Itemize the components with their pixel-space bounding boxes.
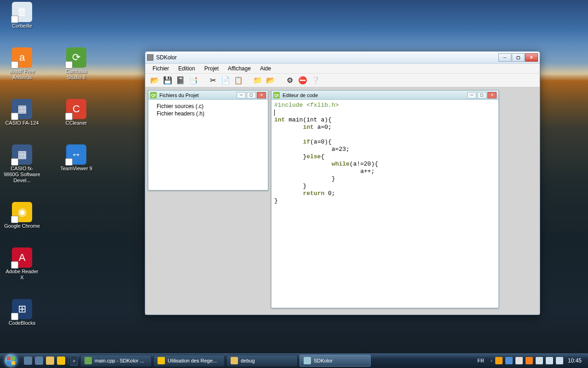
desktop-icon-label: avast! Free Antivirus [4, 69, 40, 80]
desktop-icon-adobe-reader[interactable]: AAdobe Reader X [4, 247, 40, 281]
ccleaner-icon: C [66, 99, 86, 119]
new-folder-icon: 📁 [253, 76, 262, 85]
open-folder-button[interactable]: 📂 [266, 75, 276, 86]
quicklaunch-explorer[interactable] [46, 356, 54, 365]
copy-doc-button[interactable]: 📑 [188, 75, 198, 86]
tray-volume-icon[interactable] [556, 357, 563, 364]
tray-bluetooth-icon[interactable] [505, 357, 513, 364]
tray-action-icon[interactable] [515, 357, 523, 364]
camtasia-icon: ⟳ [66, 47, 86, 68]
desktop-icon-codeblocks[interactable]: ⊞CodeBlocks [4, 299, 40, 326]
toolbar: 📂💾📓📑✂📄📋📁📂⚙⛔❔ [145, 74, 540, 87]
copy-icon: 📄 [221, 76, 230, 85]
menu-projet[interactable]: Projet [201, 64, 222, 73]
chrome-icon: ◉ [12, 202, 32, 222]
task-chrome-regex[interactable]: Utilisation des Rege... [153, 355, 225, 367]
qt-icon: Qt [150, 92, 157, 98]
settings-icon: ⚙ [287, 76, 293, 85]
code-editor[interactable]: #include <fxlib.h>int main(int a){ int a… [271, 100, 498, 308]
save-all-button[interactable]: 📓 [175, 75, 186, 86]
cut-button[interactable]: ✂ [208, 75, 218, 86]
menubar: FichierEditionProjetAffichageAide [145, 63, 540, 74]
tray-updates-icon[interactable] [495, 357, 503, 364]
quicklaunch-show-desktop[interactable] [24, 356, 32, 365]
task-explorer-debug[interactable]: debug [226, 355, 298, 367]
close-button[interactable]: ✕ [525, 53, 538, 62]
menu-aide[interactable]: Aide [256, 64, 275, 73]
menu-affichage[interactable]: Affichage [224, 64, 254, 73]
quicklaunch-overflow[interactable]: » [70, 356, 78, 366]
language-indicator[interactable]: FR [477, 358, 484, 363]
paste-button[interactable]: 📋 [233, 75, 243, 86]
start-button[interactable] [0, 353, 22, 368]
desktop-icon-casio-fx-sdk[interactable]: ▦CASIO fx-9860G Software Devel... [4, 144, 40, 184]
editor-panel: Qt Editeur de code ─ ▢ ✕ #include <fxlib… [271, 90, 499, 308]
task-icon [158, 357, 165, 364]
panel-minimize-button[interactable]: ─ [237, 92, 246, 98]
menu-edition[interactable]: Edition [175, 64, 199, 73]
teamviewer-icon: ↔ [66, 144, 86, 165]
task-sdkolor-ide[interactable]: main.cpp - SDKolor ... [80, 355, 152, 367]
paste-icon: 📋 [234, 76, 243, 85]
project-tree[interactable]: Fichier sources (.c)Fichier headers (.h) [148, 100, 268, 120]
help-button[interactable]: ❔ [311, 75, 321, 86]
copy-button[interactable]: 📄 [220, 75, 231, 86]
save-icon: 💾 [163, 76, 172, 85]
desktop-icon-label: CCleaner [66, 120, 87, 126]
project-panel: Qt Fichiers du Projet ─ ▢ ✕ Fichier sour… [148, 90, 268, 190]
maximize-button[interactable]: ▢ [512, 53, 525, 62]
desktop-icon-avast[interactable]: aavast! Free Antivirus [4, 47, 40, 80]
quicklaunch-chrome[interactable] [57, 356, 65, 365]
task-label: SDKolor [314, 358, 333, 363]
tray-avast-tray-icon[interactable] [526, 357, 533, 364]
app-window: SDKolor ─ ▢ ✕ FichierEditionProjetAffich… [145, 51, 540, 315]
desktop-icon-corbeille[interactable]: 🗑Corbeille [4, 2, 40, 29]
avast-icon: a [12, 47, 32, 68]
desktop-icon-label: CASIO FA-124 [6, 120, 39, 126]
corbeille-icon: 🗑 [12, 2, 32, 22]
desktop-icon-ccleaner[interactable]: CCCleaner [58, 99, 95, 126]
panel-close-button[interactable]: ✕ [257, 92, 266, 98]
task-sdkolor[interactable]: SDKolor [300, 355, 371, 367]
adobe-reader-icon: A [12, 247, 32, 268]
casio-fx-sdk-icon: ▦ [12, 144, 32, 165]
task-label: debug [241, 358, 255, 363]
save-all-icon: 📓 [176, 76, 185, 85]
tree-item[interactable]: Fichier sources (.c) [152, 103, 264, 110]
stop-button[interactable]: ⛔ [298, 75, 308, 86]
tray-network-icon[interactable] [536, 357, 543, 364]
panel-close-button[interactable]: ✕ [487, 92, 497, 98]
taskbar: » main.cpp - SDKolor ...Utilisation des … [0, 353, 588, 368]
task-icon [304, 357, 311, 364]
tray-battery-icon[interactable] [546, 357, 553, 364]
panel-minimize-button[interactable]: ─ [467, 92, 476, 98]
tray-chevron-icon[interactable]: ‹ [491, 357, 492, 364]
panel-maximize-button[interactable]: ▢ [247, 92, 256, 98]
codeblocks-icon: ⊞ [12, 299, 32, 319]
open-button[interactable]: 📂 [150, 75, 160, 86]
desktop-icon-label: Corbeille [12, 23, 32, 29]
panel-maximize-button[interactable]: ▢ [477, 92, 486, 98]
tree-item[interactable]: Fichier headers (.h) [152, 110, 264, 117]
clock[interactable]: 10:45 [568, 357, 582, 364]
project-panel-title: Fichiers du Projet [159, 92, 199, 98]
app-icon [147, 54, 153, 61]
new-folder-button[interactable]: 📁 [253, 75, 263, 86]
casio-fa124-icon: ▦ [12, 99, 32, 119]
open-icon: 📂 [150, 76, 159, 85]
desktop-icon-casio-fa124[interactable]: ▦CASIO FA-124 [4, 99, 40, 126]
save-button[interactable]: 💾 [163, 75, 173, 86]
stop-icon: ⛔ [298, 76, 307, 85]
desktop-icon-teamviewer[interactable]: ↔TeamViewer 9 [58, 144, 95, 184]
desktop-icon-chrome[interactable]: ◉Google Chrome [4, 202, 40, 229]
settings-button[interactable]: ⚙ [285, 75, 295, 86]
desktop-icon-camtasia[interactable]: ⟳Camtasia Studio 8 [58, 47, 95, 80]
help-icon: ❔ [311, 76, 320, 85]
open-folder-icon: 📂 [266, 76, 275, 85]
menu-fichier[interactable]: Fichier [149, 64, 173, 73]
minimize-button[interactable]: ─ [498, 53, 511, 62]
titlebar[interactable]: SDKolor ─ ▢ ✕ [145, 52, 540, 63]
quicklaunch-switch[interactable] [35, 356, 43, 365]
desktop-icon-label: Adobe Reader X [4, 269, 40, 281]
task-icon [85, 357, 92, 364]
